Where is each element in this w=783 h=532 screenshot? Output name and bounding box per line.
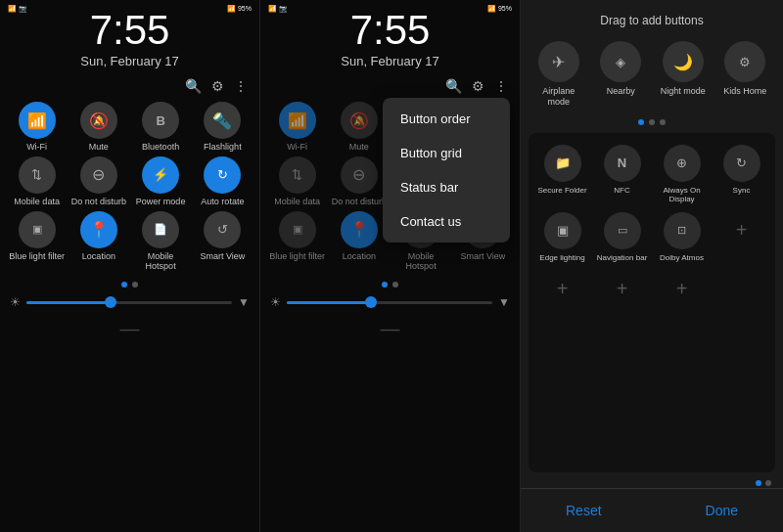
smart-label-2: Smart View bbox=[460, 251, 505, 262]
hotspot-label-2: Mobile Hotspot bbox=[392, 251, 450, 273]
tile-hotspot[interactable]: 📄 Mobile Hotspot bbox=[132, 211, 190, 273]
wifi-icon-2: 📶 bbox=[279, 102, 316, 139]
brightness-fill-1 bbox=[26, 301, 109, 304]
edit-tile-plus-4[interactable]: + bbox=[656, 270, 708, 307]
tile-wifi[interactable]: 📶 Wi-Fi bbox=[8, 102, 66, 153]
edit-tile-plus-3[interactable]: + bbox=[596, 270, 648, 307]
tile-wifi-2[interactable]: 📶 Wi-Fi bbox=[268, 102, 326, 153]
status-right: 📶 95% bbox=[227, 5, 252, 13]
dot-2-active bbox=[382, 282, 388, 288]
page-dots-1 bbox=[0, 276, 259, 291]
brightness-low-icon-2: ☀ bbox=[270, 295, 281, 309]
edit-tile-secure[interactable]: 📁 Secure Folder bbox=[536, 145, 588, 204]
edit-tile-nav[interactable]: ▭ Navigation bar bbox=[596, 212, 648, 263]
edit-tile-edge[interactable]: ▣ Edge lighting bbox=[536, 212, 588, 263]
edit-tile-plus-2[interactable]: + bbox=[536, 270, 588, 307]
dropdown-button-order[interactable]: Button order bbox=[383, 102, 510, 136]
settings-icon[interactable]: ⚙ bbox=[211, 78, 224, 94]
edit-tile-aod[interactable]: ⊕ Always On Display bbox=[656, 145, 708, 204]
tile-dnd[interactable]: ⊖ Do not disturb bbox=[69, 156, 127, 207]
tile-bluetooth[interactable]: B Bluetooth bbox=[132, 102, 190, 153]
secure-folder-icon: 📁 bbox=[544, 145, 581, 182]
tile-mute-2[interactable]: 🔕 Mute bbox=[330, 102, 388, 153]
dolby-icon: ⊡ bbox=[664, 212, 701, 249]
status-bar-1: 📶 📷 📶 95% bbox=[0, 0, 259, 18]
done-button[interactable]: Done bbox=[690, 499, 754, 522]
night-icon: 🌙 bbox=[663, 41, 704, 82]
brightness-bar-2[interactable] bbox=[287, 301, 492, 304]
edit-tile-kids[interactable]: ⚙ Kids Home bbox=[717, 41, 774, 108]
mute-label-2: Mute bbox=[349, 142, 369, 153]
brightness-row-2[interactable]: ☀ ▼ bbox=[260, 291, 520, 313]
edit-tile-sync[interactable]: ↻ Sync bbox=[715, 145, 767, 204]
edit-tile-airplane[interactable]: ✈ Airplane mode bbox=[530, 41, 587, 108]
more-icon[interactable]: ⋮ bbox=[234, 78, 248, 94]
brightness-row-1[interactable]: ☀ ▼ bbox=[0, 291, 259, 313]
page-dots-2 bbox=[260, 276, 520, 291]
tile-mobile-data-2[interactable]: ⇅ Mobile data bbox=[268, 156, 326, 207]
brightness-low-icon: ☀ bbox=[10, 295, 21, 309]
qs-toolbar-2: 🔍 ⚙ ⋮ bbox=[260, 74, 520, 98]
tile-auto-rotate[interactable]: ↻ Auto rotate bbox=[194, 156, 252, 207]
auto-rotate-icon: ↻ bbox=[204, 156, 241, 194]
tile-power-mode[interactable]: ⚡ Power mode bbox=[132, 156, 190, 207]
edit-dot-3 bbox=[660, 119, 666, 125]
sync-label: Sync bbox=[733, 186, 751, 196]
location-icon: 📍 bbox=[80, 211, 117, 248]
edit-panel: Drag to add buttons ✈ Airplane mode ◈ Ne… bbox=[521, 0, 783, 532]
reset-button[interactable]: Reset bbox=[550, 499, 618, 522]
dot-1-inactive bbox=[132, 282, 138, 288]
brightness-bar-1[interactable] bbox=[26, 301, 232, 304]
nearby-icon: ◈ bbox=[600, 41, 641, 82]
edit-tile-nfc[interactable]: N NFC bbox=[596, 145, 648, 204]
mobile-data-label: Mobile data bbox=[14, 197, 60, 207]
aod-label: Always On Display bbox=[656, 186, 708, 204]
edit-dark-grid-row1: 📁 Secure Folder N NFC ⊕ Always On Displa… bbox=[536, 141, 767, 208]
edit-tile-nearby[interactable]: ◈ Nearby bbox=[593, 41, 650, 108]
dnd-label-2: Do not disturb bbox=[332, 197, 387, 207]
mobile-data-label-2: Mobile data bbox=[274, 197, 320, 207]
tile-blue-light[interactable]: ▣ Blue light filter bbox=[8, 211, 66, 273]
bluetooth-icon: B bbox=[142, 102, 179, 139]
tile-flashlight[interactable]: 🔦 Flashlight bbox=[194, 102, 252, 153]
edit-tile-dolby[interactable]: ⊡ Dolby Atmos bbox=[656, 212, 708, 263]
dropdown-button-grid[interactable]: Button grid bbox=[383, 136, 510, 170]
edit-tile-plus-1[interactable]: + bbox=[715, 212, 767, 263]
settings-icon-2[interactable]: ⚙ bbox=[472, 78, 484, 94]
tile-mobile-data[interactable]: ⇅ Mobile data bbox=[8, 156, 66, 207]
edit-header: Drag to add buttons bbox=[521, 0, 783, 37]
blue-light-icon: ▣ bbox=[19, 211, 56, 248]
wifi-icon: 📶 bbox=[19, 102, 56, 139]
tile-mute[interactable]: 🔕 Mute bbox=[69, 102, 127, 153]
mobile-data-icon-2: ⇅ bbox=[279, 156, 316, 194]
dolby-label: Dolby Atmos bbox=[660, 253, 704, 263]
nearby-label: Nearby bbox=[607, 86, 635, 97]
airplane-label: Airplane mode bbox=[530, 86, 587, 108]
wifi-label: Wi-Fi bbox=[26, 142, 47, 153]
edit-dot-2 bbox=[649, 119, 655, 125]
search-icon[interactable]: 🔍 bbox=[185, 78, 202, 94]
status-left-2: 📶 📷 bbox=[268, 5, 288, 13]
tile-location[interactable]: 📍 Location bbox=[69, 211, 127, 273]
tile-dnd-2[interactable]: ⊖ Do not disturb bbox=[330, 156, 388, 207]
tile-location-2[interactable]: 📍 Location bbox=[330, 211, 388, 273]
plus-icon-2: + bbox=[544, 270, 581, 307]
more-icon-2[interactable]: ⋮ bbox=[494, 78, 508, 94]
tile-blue-2[interactable]: ▣ Blue light filter bbox=[268, 211, 326, 273]
search-icon-2[interactable]: 🔍 bbox=[445, 78, 462, 94]
brightness-expand-icon[interactable]: ▼ bbox=[238, 295, 250, 309]
plus-icon-1: + bbox=[723, 212, 760, 249]
clock-date-1: Sun, February 17 bbox=[0, 54, 259, 68]
kids-icon: ⚙ bbox=[724, 41, 765, 82]
dropdown-status-bar[interactable]: Status bar bbox=[383, 170, 510, 204]
wifi-label-2: Wi-Fi bbox=[287, 142, 307, 153]
edit-tile-night[interactable]: 🌙 Night mode bbox=[655, 41, 712, 108]
edit-page-dot-1 bbox=[756, 480, 761, 486]
home-bar-1: — bbox=[0, 313, 259, 344]
tile-smart-view[interactable]: ↺ Smart View bbox=[194, 211, 252, 273]
edit-page-dots bbox=[521, 476, 783, 488]
nav-bar-label: Navigation bar bbox=[597, 253, 648, 263]
brightness-expand-icon-2[interactable]: ▼ bbox=[498, 295, 510, 309]
dropdown-contact-us[interactable]: Contact us bbox=[383, 204, 510, 239]
nav-bar-icon: ▭ bbox=[604, 212, 641, 249]
